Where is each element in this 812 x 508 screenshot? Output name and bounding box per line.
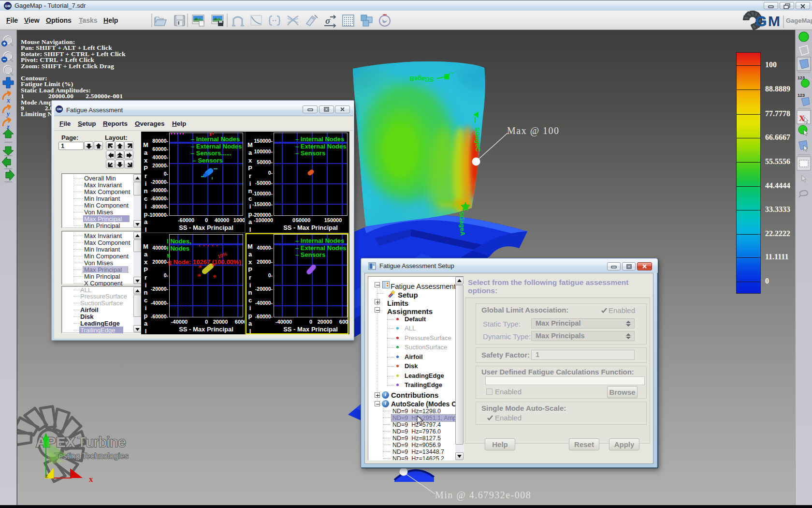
svg-text:y: y xyxy=(6,110,10,118)
svg-text:Turbine: Turbine xyxy=(77,434,126,450)
svg-text:z: z xyxy=(45,472,48,479)
svg-text:123: 123 xyxy=(798,93,805,98)
svg-text:σ: σ xyxy=(325,15,331,26)
svg-text:GageMap: GageMap xyxy=(786,17,812,24)
svg-text:G: G xyxy=(755,13,767,29)
svg-text:GM: GM xyxy=(57,107,62,111)
svg-text:Testing Technologies: Testing Technologies xyxy=(55,451,129,460)
svg-text:M: M xyxy=(768,13,780,29)
svg-text:x: x xyxy=(6,97,10,104)
svg-text:GM: GM xyxy=(5,4,10,8)
svg-text:SGageB: SGageB xyxy=(409,75,434,83)
svg-text:x: x xyxy=(89,475,93,484)
svg-text:SGageC: SGageC xyxy=(474,127,482,152)
svg-text:SGageA: SGageA xyxy=(458,211,466,237)
